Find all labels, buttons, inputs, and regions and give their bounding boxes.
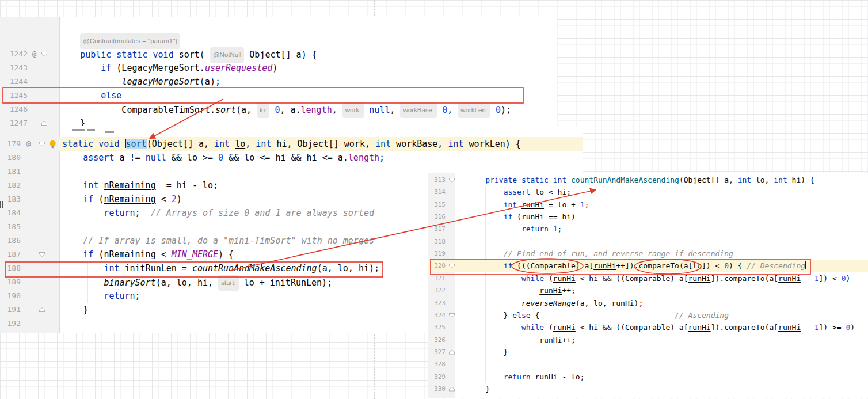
code-text[interactable]: int nRemaining = hi - lo; (41, 178, 218, 192)
code-line-row: 328 (428, 358, 868, 370)
code-token (566, 176, 571, 184)
code-text[interactable]: if (runHi == hi) (467, 211, 576, 223)
code-text[interactable]: runHi++; (467, 284, 576, 297)
code-text[interactable]: while (runHi < hi && ((Comparable) a[run… (467, 272, 850, 284)
code-line-row: 1244 legacyMergeSort(a); (0, 75, 557, 89)
line-number[interactable]: 321 (431, 272, 446, 284)
line-number[interactable]: 313 (431, 174, 446, 186)
code-text[interactable]: assert a != null && lo >= 0 && lo <= hi … (41, 151, 384, 165)
code-text[interactable]: } (41, 303, 88, 317)
fold-toggle-icon[interactable] (41, 52, 47, 56)
fold-toggle-icon[interactable] (449, 264, 455, 268)
line-number[interactable]: 189 (3, 275, 21, 289)
fold-toggle-icon[interactable] (41, 121, 47, 126)
code-token: int (104, 263, 119, 273)
line-number[interactable]: 190 (3, 289, 21, 303)
code-text[interactable]: ComparableTimSort.sort(a, lo: 0, a.lengt… (59, 102, 511, 118)
code-text[interactable]: // If array is small, do a "mini-TimSort… (41, 234, 374, 248)
code-text[interactable]: runHi++; (467, 334, 576, 346)
code-text[interactable]: public static void sort( @NotNull Object… (59, 47, 317, 63)
line-number[interactable]: 326 (431, 334, 446, 346)
line-number[interactable]: 316 (431, 211, 446, 223)
code-token: assert (504, 188, 531, 196)
code-token: , (332, 105, 342, 115)
code-token: , (245, 139, 256, 149)
fold-toggle-icon[interactable] (449, 350, 455, 355)
code-text[interactable]: int initRunLen = countRunAndMakeAscendin… (41, 261, 379, 275)
annotation-gutter-icon[interactable]: @ (32, 47, 36, 61)
code-token: return (104, 291, 135, 301)
line-number[interactable]: 319 (431, 248, 446, 260)
code-token (467, 323, 521, 332)
line-number[interactable]: 322 (431, 284, 446, 297)
line-number[interactable]: 324 (431, 309, 446, 321)
code-text[interactable]: else (59, 89, 121, 102)
code-text[interactable]: } (467, 383, 490, 395)
code-text[interactable]: return 1; (467, 223, 562, 235)
code-text[interactable]: binarySort(a, lo, hi, start: lo + initRu… (41, 275, 332, 291)
line-number[interactable]: 1245 (3, 89, 28, 102)
line-number[interactable]: 1243 (3, 61, 28, 75)
code-token: int (504, 200, 517, 209)
code-token (119, 139, 124, 149)
line-number[interactable]: 186 (3, 234, 21, 248)
line-number[interactable]: 188 (3, 261, 21, 275)
code-token: ]).compareTo(a[ (711, 323, 778, 332)
code-token: } (467, 311, 512, 320)
code-text[interactable]: // Find end of run, and reverse range if… (467, 248, 733, 260)
code-token: // Ascending (675, 311, 729, 320)
code-text[interactable]: @Contract(mutates = "param1") (59, 33, 180, 49)
line-number[interactable]: 185 (3, 220, 21, 234)
code-text[interactable]: return; // Arrays of size 0 and 1 are al… (41, 206, 374, 220)
line-number[interactable]: 192 (3, 317, 21, 330)
line-number[interactable]: 329 (431, 371, 446, 383)
fold-toggle-icon[interactable] (449, 387, 455, 392)
code-token (467, 200, 504, 209)
code-text[interactable]: while (runHi < hi && ((Comparable) a[run… (467, 321, 855, 333)
line-number[interactable]: 328 (431, 358, 446, 370)
line-number[interactable]: 182 (3, 178, 21, 192)
line-number[interactable]: 1246 (3, 102, 28, 116)
line-number[interactable]: 330 (431, 383, 446, 395)
line-number[interactable]: 180 (3, 151, 21, 165)
line-number[interactable]: 325 (431, 321, 446, 333)
code-text[interactable]: if (((Comparable) a[runHi++]).compareTo(… (467, 260, 806, 272)
line-number[interactable]: 183 (3, 192, 21, 206)
line-number[interactable]: 315 (431, 199, 446, 211)
line-number[interactable]: 187 (3, 248, 21, 261)
code-text[interactable]: reverseRange(a, lo, runHi); (467, 297, 643, 309)
code-text[interactable]: if (nRemaining < MIN_MERGE) { (41, 248, 234, 261)
line-number[interactable]: 318 (431, 235, 446, 248)
code-text[interactable]: int runHi = lo + 1; (467, 199, 589, 211)
line-number[interactable]: 1242 (3, 47, 28, 61)
code-text[interactable]: private static int countRunAndMakeAscend… (467, 174, 814, 186)
line-number[interactable]: 184 (3, 206, 21, 220)
fold-shape-inner (42, 52, 47, 56)
line-number[interactable]: 181 (3, 165, 21, 178)
line-number[interactable]: 327 (431, 346, 446, 358)
code-text[interactable]: if (nRemaining < 2) (41, 192, 182, 206)
code-text[interactable]: legacyMergeSort(a); (59, 75, 220, 89)
line-number[interactable]: 1244 (3, 75, 28, 89)
code-token: ( (93, 194, 104, 204)
code-token (467, 286, 539, 295)
line-number[interactable]: 179 (3, 137, 21, 151)
fold-toggle-icon[interactable] (449, 178, 455, 183)
code-text[interactable]: assert lo < hi; (467, 186, 571, 198)
code-text[interactable]: } (467, 346, 508, 358)
line-number[interactable]: 314 (431, 186, 446, 198)
code-token: - (801, 323, 814, 332)
code-text[interactable]: } else { // Ascending (467, 309, 729, 321)
code-token: int (738, 176, 751, 184)
line-number[interactable]: 320 (431, 260, 446, 272)
line-number[interactable]: 323 (431, 297, 446, 309)
line-number[interactable]: 317 (431, 223, 446, 235)
code-text[interactable]: return; (41, 289, 140, 303)
code-token: ; (135, 291, 140, 301)
fold-toggle-icon[interactable] (449, 313, 455, 318)
code-text[interactable]: return runHi - lo; (467, 371, 585, 383)
line-number[interactable]: 191 (3, 303, 21, 317)
code-text[interactable]: static void sort(Object[] a, int lo, int… (41, 137, 521, 151)
annotation-gutter-icon[interactable]: @ (26, 137, 31, 151)
code-text[interactable]: if (LegacyMergeSort.userRequested) (59, 61, 277, 75)
